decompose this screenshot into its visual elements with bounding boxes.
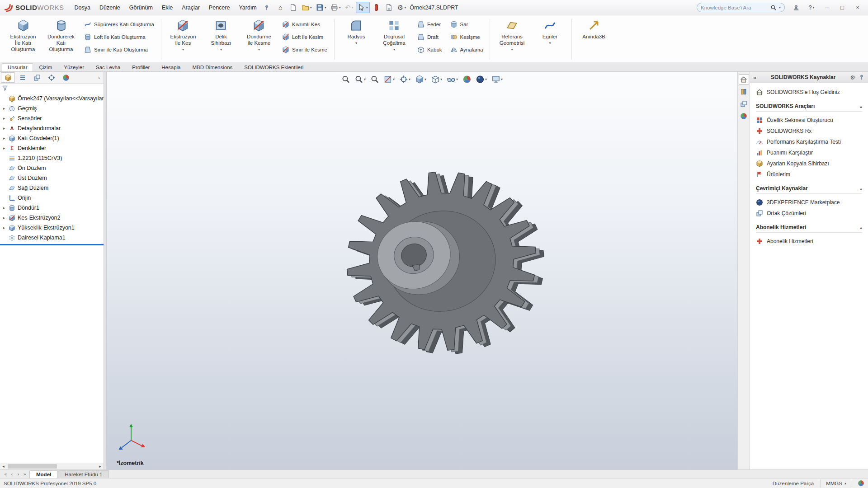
reference-geometry-button[interactable]: Referans Geometrisi▾	[493, 17, 531, 60]
property-tab-builder-link[interactable]: Özellik Sekmesi Oluşturucu	[756, 115, 862, 126]
draft-button[interactable]: Draft	[414, 32, 445, 42]
tree-item-right-plane[interactable]: Sağ Düzlem	[0, 183, 104, 193]
select-tool-button[interactable]: ▾	[356, 2, 370, 13]
more-tabs-icon[interactable]: ›	[95, 75, 103, 80]
apply-scene-button[interactable]: ▾	[474, 74, 488, 84]
wrap-button[interactable]: Sar	[447, 19, 486, 29]
boundary-boss-button[interactable]: Sınır ile Katı Oluşturma	[81, 44, 157, 55]
tab-motion-study[interactable]: Hareket Etüdü 1	[58, 470, 109, 478]
display-style-button[interactable]: ▾	[429, 74, 443, 84]
help-button[interactable]: ?▾	[805, 2, 818, 13]
scrollbar-thumb[interactable]	[8, 464, 57, 469]
edit-appearance-button[interactable]	[461, 74, 472, 84]
loft-cut-button[interactable]: Loft ile Kesim	[279, 32, 330, 42]
tree-item-material[interactable]: 1.2210 (115CrV3)	[0, 153, 104, 163]
tab-cizim[interactable]: Çizim	[33, 63, 58, 71]
user-account-button[interactable]	[789, 2, 803, 13]
menu-ekle[interactable]: Ekle	[158, 3, 177, 13]
save-button[interactable]: ▾	[314, 2, 328, 13]
fillet-button[interactable]: Radyus▾	[337, 17, 375, 60]
zoom-area-button[interactable]: ▾	[353, 74, 367, 84]
marketplace-link[interactable]: 3DEXPERIENCE Marketplace	[756, 197, 862, 208]
tab-profiller[interactable]: Profiller	[126, 63, 156, 71]
file-explorer-tab[interactable]	[739, 99, 749, 109]
expand-arrow-icon[interactable]: ▸	[2, 116, 6, 121]
tab-sac-levha[interactable]: Sac Levha	[90, 63, 126, 71]
hole-wizard-button[interactable]: Delik Sihirbazı▾	[202, 17, 240, 60]
status-globe-icon[interactable]	[858, 480, 864, 487]
tree-item-circular-pattern1[interactable]: Dairesel Kaplama1	[0, 233, 104, 243]
tree-item-equations[interactable]: ▸ΣDenklemler	[0, 143, 104, 153]
menu-duzenle[interactable]: Düzenle	[95, 3, 124, 13]
gear-model[interactable]	[107, 72, 737, 469]
menu-dosya[interactable]: Dosya	[71, 3, 94, 13]
rib-button[interactable]: Feder	[414, 19, 445, 29]
compare-score-link[interactable]: Puanımı Karşılaştır	[756, 147, 862, 158]
graphics-area[interactable]: ▾ ▾ ▾ ▾ ▾ ▾ ▾ ▾ *İzometrik	[107, 72, 737, 469]
section-subscription-services[interactable]: Abonelik Hizmetleri▴	[756, 224, 862, 233]
tree-item-history[interactable]: ▸Geçmiş	[0, 103, 104, 113]
expand-arrow-icon[interactable]: ▸	[2, 126, 6, 131]
expand-arrow-icon[interactable]: ▸	[2, 216, 6, 220]
units-selector[interactable]: MMGS▴	[820, 479, 852, 488]
hide-show-items-button[interactable]: ▾	[445, 74, 459, 84]
tab-unsurlar[interactable]: Unsurlar	[2, 63, 33, 71]
file-properties-button[interactable]	[383, 2, 395, 13]
shell-button[interactable]: Kabuk	[414, 44, 445, 55]
pin-menu-icon[interactable]	[264, 5, 270, 11]
rebuild-button[interactable]	[370, 2, 382, 13]
scroll-right-icon[interactable]: ▸	[97, 464, 104, 469]
tab-solidworks-eklentileri[interactable]: SOLIDWORKS Eklentileri	[238, 63, 309, 71]
revolve-cut-button[interactable]: Döndürme ile Kesme▾	[240, 17, 278, 60]
collapse-section-icon[interactable]: ▴	[860, 225, 862, 230]
tree-item-revolve1[interactable]: ▸Döndür1	[0, 203, 104, 213]
tab-scroll-next-icon[interactable]: ›	[15, 472, 21, 477]
tab-featuremanager[interactable]	[1, 72, 15, 83]
welcome-link[interactable]: SOLIDWORKS'e Hoş Geldiniz	[756, 89, 862, 96]
instant3d-button[interactable]: Anında3B	[575, 17, 613, 60]
menu-gorunum[interactable]: Görünüm	[125, 3, 157, 13]
filter-icon[interactable]	[2, 85, 8, 91]
menu-araclar[interactable]: Araçlar	[178, 3, 204, 13]
section-solidworks-tools[interactable]: SOLIDWORKS Araçları▴	[756, 103, 862, 112]
section-view-button[interactable]: ▾	[382, 74, 396, 84]
scrollbar-track[interactable]	[7, 463, 97, 469]
view-orientation-button[interactable]: ▾	[414, 74, 428, 84]
subscription-services-link[interactable]: Abonelik Hizmetleri	[756, 236, 862, 247]
swept-cut-button[interactable]: Kıvrımlı Kes	[279, 19, 330, 29]
swept-boss-button[interactable]: Süpürerek Katı Oluşturma	[81, 19, 157, 29]
tab-scroll-last-icon[interactable]: »	[22, 472, 28, 477]
task-pane-pin-icon[interactable]	[859, 74, 865, 80]
intersect-button[interactable]: Kesişme	[447, 32, 486, 42]
tree-item-annotations[interactable]: ▸ADetaylandırmalar	[0, 123, 104, 133]
collapse-section-icon[interactable]: ▴	[860, 186, 862, 191]
section-online-resources[interactable]: Çevrimiçi Kaynaklar▴	[756, 185, 862, 194]
options-button[interactable]: ⚙▾	[396, 2, 408, 13]
search-input[interactable]	[701, 5, 768, 10]
my-products-link[interactable]: Ürünlerim	[756, 169, 862, 180]
expand-arrow-icon[interactable]: ▸	[2, 225, 6, 230]
expand-arrow-icon[interactable]: ▸	[2, 206, 6, 210]
tree-item-front-plane[interactable]: Ön Düzlem	[0, 163, 104, 173]
tree-horizontal-scrollbar[interactable]: ◂ ▸	[0, 463, 104, 469]
tree-item-cut-extrude2[interactable]: ▸Kes-Ekstrüzyon2	[0, 213, 104, 223]
mirror-button[interactable]: Aynalama	[447, 44, 486, 55]
tab-displaymanager[interactable]	[59, 72, 73, 83]
tab-hesapla[interactable]: Hesapla	[156, 63, 186, 71]
undo-button[interactable]: ↶▾	[343, 2, 355, 13]
tree-item-top-plane[interactable]: Üst Düzlem	[0, 173, 104, 183]
rollback-bar[interactable]	[0, 244, 104, 245]
home-button[interactable]: ⌂	[274, 2, 287, 13]
knowledge-base-search[interactable]: ▾	[697, 3, 785, 12]
expand-arrow-icon[interactable]: ▸	[2, 106, 6, 111]
tab-dimxpertmanager[interactable]	[44, 72, 58, 83]
curves-button[interactable]: Eğriler▾	[531, 17, 569, 60]
scroll-left-icon[interactable]: ◂	[0, 464, 7, 469]
collapse-task-pane-button[interactable]: «	[753, 74, 756, 81]
performance-benchmark-link[interactable]: Performans Karşılaştırma Testi	[756, 136, 862, 147]
tree-item-origin[interactable]: Orijin	[0, 193, 104, 203]
tab-scroll-first-icon[interactable]: «	[3, 472, 9, 477]
extrude-cut-button[interactable]: Ekstrüzyon ile Kes▾	[164, 17, 202, 60]
tab-configurationmanager[interactable]	[30, 72, 44, 83]
appearances-tab[interactable]	[739, 111, 749, 121]
